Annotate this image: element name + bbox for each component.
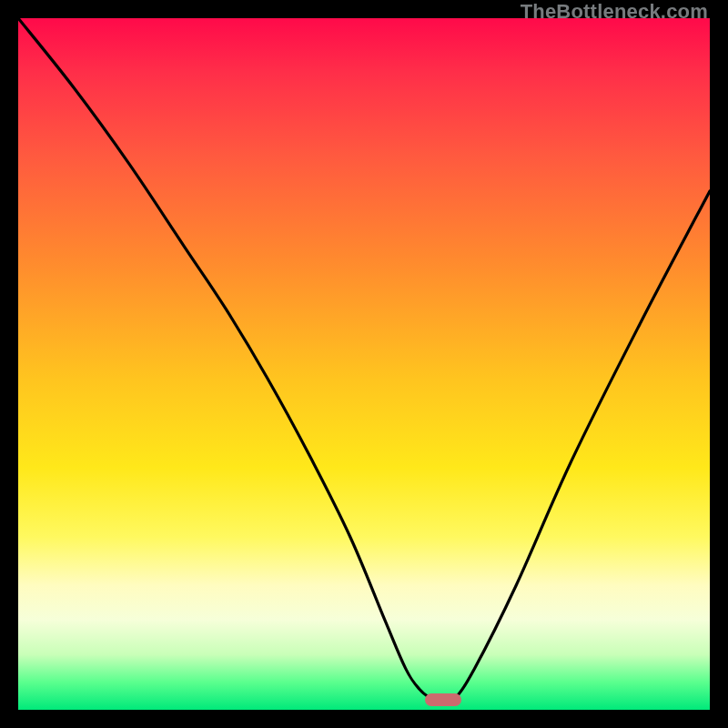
chart-frame: TheBottleneck.com xyxy=(0,0,728,728)
plot-area xyxy=(18,18,710,710)
bottleneck-curve xyxy=(18,18,710,710)
optimal-marker xyxy=(425,693,461,706)
